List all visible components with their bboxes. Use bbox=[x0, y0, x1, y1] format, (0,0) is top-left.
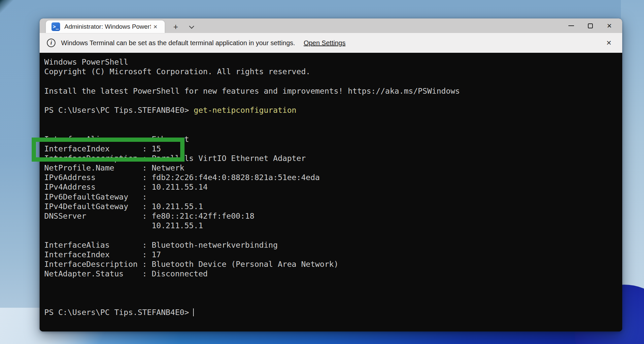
terminal-output-area[interactable]: Windows PowerShellCopyright (C) Microsof… bbox=[40, 53, 622, 331]
terminal-line: InterfaceIndex : 17 bbox=[44, 250, 622, 260]
terminal-line bbox=[44, 125, 622, 134]
minimize-icon bbox=[568, 25, 574, 26]
terminal-line bbox=[44, 115, 622, 125]
titlebar[interactable]: >_ Administrator: Windows PowerS ✕ + ✕ bbox=[40, 18, 622, 33]
minimize-button[interactable] bbox=[561, 18, 581, 33]
terminal-line: Windows PowerShell bbox=[44, 57, 622, 67]
window-controls: ✕ bbox=[561, 18, 622, 33]
terminal-line: 10.211.55.1 bbox=[44, 221, 622, 231]
terminal-line: InterfaceAlias : Ethernet bbox=[44, 135, 622, 144]
maximize-icon bbox=[588, 23, 593, 28]
terminal-line: PS C:\Users\PC Tips.STEFANB4E0> get-neti… bbox=[44, 106, 622, 115]
tab-powershell[interactable]: >_ Administrator: Windows PowerS ✕ bbox=[46, 20, 165, 33]
terminal-line: InterfaceAlias : Bluetooth-netwerkverbin… bbox=[44, 240, 622, 250]
banner-message: Windows Terminal can be set as the defau… bbox=[61, 39, 295, 47]
terminal-line: InterfaceDescription : Bluetooth Device … bbox=[44, 260, 622, 269]
terminal-line bbox=[44, 298, 622, 308]
terminal-line: InterfaceIndex : 15 bbox=[44, 144, 622, 154]
tab-title: Administrator: Windows PowerS bbox=[64, 23, 151, 30]
desktop: >_ Administrator: Windows PowerS ✕ + ✕ i… bbox=[0, 0, 644, 344]
terminal-line bbox=[44, 96, 622, 106]
terminal-line: DNSServer : fe80::21c:42ff:fe00:18 bbox=[44, 211, 622, 221]
banner-close-icon[interactable]: ✕ bbox=[603, 38, 614, 48]
terminal-line bbox=[44, 231, 622, 240]
terminal-line: PS C:\Users\PC Tips.STEFANB4E0> bbox=[44, 308, 622, 317]
terminal-cursor bbox=[193, 308, 194, 316]
terminal-line: IPv4DefaultGateway : 10.211.55.1 bbox=[44, 202, 622, 211]
terminal-line: NetProfile.Name : Netwerk bbox=[44, 163, 622, 173]
terminal-line: NetAdapter.Status : Disconnected bbox=[44, 269, 622, 279]
new-tab-button[interactable]: + bbox=[173, 20, 178, 33]
terminal-line bbox=[44, 279, 622, 288]
terminal-line: InterfaceDescription : Parallels VirtIO … bbox=[44, 154, 622, 163]
maximize-button[interactable] bbox=[581, 18, 600, 33]
terminal-line: Install the latest PowerShell for new fe… bbox=[44, 86, 622, 96]
terminal-line bbox=[44, 289, 622, 298]
chevron-down-icon[interactable] bbox=[189, 24, 194, 29]
terminal-window: >_ Administrator: Windows PowerS ✕ + ✕ i… bbox=[40, 18, 622, 331]
terminal-line: IPv6Address : fdb2:2c26:f4e4:0:8828:821a… bbox=[44, 173, 622, 182]
info-icon: i bbox=[47, 39, 55, 47]
terminal-line: IPv4Address : 10.211.55.14 bbox=[44, 182, 622, 192]
wallpaper-corner-shade bbox=[0, 0, 20, 20]
tab-close-icon[interactable]: ✕ bbox=[152, 23, 159, 31]
default-terminal-banner: i Windows Terminal can be set as the def… bbox=[40, 33, 622, 53]
terminal-line: IPv6DefaultGateway : bbox=[44, 192, 622, 202]
close-icon: ✕ bbox=[607, 23, 612, 29]
powershell-icon: >_ bbox=[51, 22, 60, 31]
open-settings-link[interactable]: Open Settings bbox=[304, 39, 346, 47]
terminal-line bbox=[44, 77, 622, 86]
terminal-line: Copyright (C) Microsoft Corporation. All… bbox=[44, 67, 622, 77]
close-button[interactable]: ✕ bbox=[600, 18, 619, 33]
